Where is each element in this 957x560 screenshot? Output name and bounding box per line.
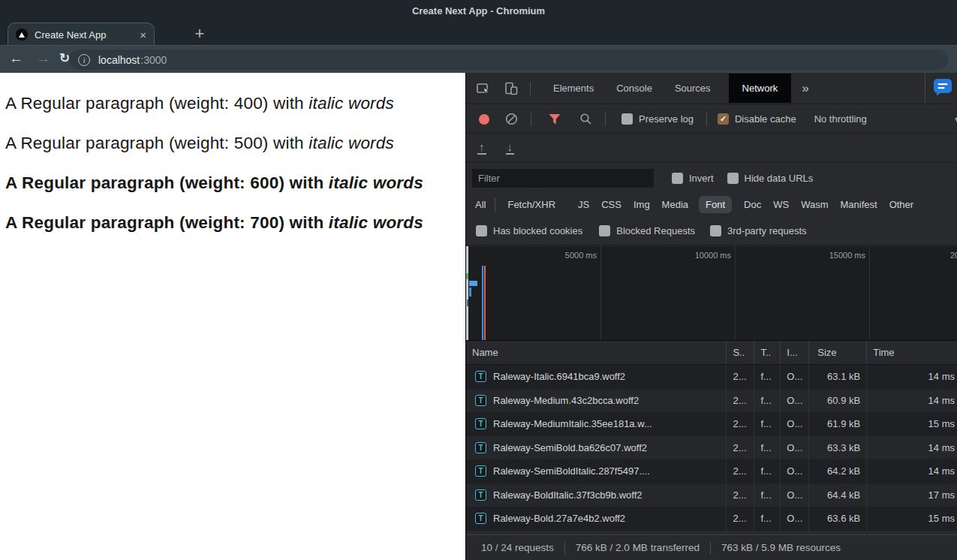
dom-content-loaded-line: [482, 266, 483, 340]
chip-other[interactable]: Other: [889, 199, 914, 210]
third-party-requests-label: 3rd-party requests: [727, 225, 807, 236]
address-bar[interactable]: i localhost:3000: [69, 50, 948, 70]
table-row[interactable]: T Raleway-SemiBoldItalic.287f5497.... 2.…: [466, 459, 957, 483]
timeline-activity-mark: [466, 273, 468, 279]
request-name: Raleway-MediumItalic.35ee181a.w...: [493, 418, 652, 429]
chip-manifest[interactable]: Manifest: [840, 199, 877, 210]
request-status: 2...: [727, 436, 754, 460]
url-port: :3000: [140, 54, 167, 66]
nextjs-favicon-icon: [16, 29, 28, 41]
load-event-line: [484, 266, 486, 340]
request-size: 63.3 kB: [809, 436, 867, 460]
network-toolbar: Preserve log ✓ Disable cache No throttli…: [466, 105, 957, 134]
throttling-select[interactable]: No throttling: [814, 113, 867, 125]
chip-fetch-xhr[interactable]: Fetch/XHR: [507, 199, 555, 210]
devtools-panel: Elements Console Sources Network »: [465, 73, 957, 560]
chip-css[interactable]: CSS: [601, 199, 621, 210]
column-name[interactable]: Name: [466, 341, 727, 364]
forward-icon[interactable]: →: [36, 50, 50, 67]
request-status: 2...: [727, 412, 754, 436]
has-blocked-cookies-checkbox[interactable]: [476, 225, 487, 236]
font-file-icon: T: [475, 442, 486, 453]
request-size: 61.9 kB: [809, 412, 867, 436]
third-party-requests-checkbox[interactable]: [710, 225, 721, 236]
request-type: f...: [754, 459, 781, 483]
paragraph-weight-500: A Regular paragraph (weight: 500) with i…: [5, 133, 465, 153]
request-type: f...: [754, 436, 781, 460]
request-size: 64.2 kB: [809, 459, 867, 483]
import-har-icon[interactable]: ↑: [477, 142, 486, 155]
table-row[interactable]: T Raleway-SemiBold.ba626c07.woff2 2... f…: [466, 436, 957, 460]
request-status: 2...: [727, 389, 754, 413]
request-time: 14 ms: [867, 365, 957, 389]
request-name: Raleway-Italic.6941bca9.woff2: [493, 371, 625, 382]
font-file-icon: T: [475, 489, 486, 501]
font-file-icon: T: [475, 513, 486, 524]
chip-img[interactable]: Img: [633, 199, 650, 210]
network-request-list: T Raleway-Italic.6941bca9.woff2 2... f..…: [466, 365, 957, 531]
tab-close-icon[interactable]: ×: [140, 29, 146, 41]
font-file-icon: T: [475, 371, 486, 382]
network-overview-timeline[interactable]: 5000 ms 10000 ms 15000 ms 20000 ms: [466, 246, 957, 341]
browser-tab[interactable]: Create Next App ×: [8, 23, 155, 46]
timeline-left-handle[interactable]: [466, 246, 468, 340]
request-time: 14 ms: [867, 459, 957, 483]
resources-size: 763 kB / 5.9 MB resources: [721, 542, 841, 553]
device-toolbar-icon[interactable]: [504, 81, 519, 96]
network-summary-bar: 10 / 24 requests 766 kB / 2.0 MB transfe…: [466, 534, 957, 560]
request-initiator: O...: [781, 483, 809, 507]
hide-data-urls-checkbox[interactable]: [727, 173, 739, 184]
chip-wasm[interactable]: Wasm: [801, 199, 828, 210]
record-network-log-icon[interactable]: [479, 114, 489, 125]
feedback-button[interactable]: [925, 74, 952, 103]
column-initiator[interactable]: I...: [781, 341, 809, 364]
table-row[interactable]: T Raleway-BoldItalic.37f3cb9b.woff2 2...…: [466, 483, 957, 507]
clear-network-log-icon[interactable]: [505, 113, 518, 125]
blocked-requests-checkbox[interactable]: [599, 225, 610, 236]
request-name: Raleway-Bold.27a7e4b2.woff2: [493, 513, 625, 524]
filter-input[interactable]: [472, 169, 654, 188]
column-type[interactable]: T..: [754, 341, 781, 364]
font-file-icon: T: [475, 418, 486, 429]
table-row[interactable]: T Raleway-MediumItalic.35ee181a.w... 2..…: [466, 412, 957, 436]
request-initiator: O...: [781, 459, 809, 483]
request-time: 15 ms: [867, 507, 957, 531]
tab-elements[interactable]: Elements: [553, 83, 594, 94]
back-icon[interactable]: ←: [9, 50, 23, 67]
column-time[interactable]: Time: [867, 341, 957, 364]
new-tab-button[interactable]: +: [189, 23, 210, 44]
inspect-element-icon[interactable]: [476, 81, 491, 96]
chip-all[interactable]: All: [475, 199, 486, 210]
tab-console[interactable]: Console: [616, 83, 652, 94]
table-row[interactable]: T Raleway-Bold.27a7e4b2.woff2 2... f... …: [466, 507, 957, 531]
chip-js[interactable]: JS: [578, 199, 589, 210]
preserve-log-checkbox[interactable]: [621, 113, 633, 125]
request-size: 63.6 kB: [809, 507, 867, 531]
resource-type-filters: All Fetch/XHR JS CSS Img Media Font Doc …: [466, 192, 957, 217]
chip-doc[interactable]: Doc: [744, 199, 761, 210]
table-row[interactable]: T Raleway-Medium.43c2bcca.woff2 2... f..…: [466, 389, 957, 413]
chip-ws[interactable]: WS: [773, 199, 789, 210]
request-type: f...: [754, 389, 781, 413]
column-size[interactable]: Size: [809, 341, 867, 364]
request-size: 60.9 kB: [809, 389, 867, 413]
tab-sources[interactable]: Sources: [675, 83, 711, 94]
tab-title: Create Next App: [35, 29, 133, 41]
request-type: f...: [754, 365, 781, 389]
site-info-icon[interactable]: i: [78, 54, 90, 66]
request-status: 2...: [727, 459, 754, 483]
table-row[interactable]: T Raleway-Italic.6941bca9.woff2 2... f..…: [466, 365, 957, 389]
invert-checkbox[interactable]: [672, 173, 683, 184]
disable-cache-checkbox[interactable]: ✓: [718, 113, 729, 125]
column-status[interactable]: S..: [727, 341, 754, 364]
chip-font[interactable]: Font: [699, 196, 732, 213]
search-icon[interactable]: [579, 113, 592, 125]
more-tabs-icon[interactable]: »: [802, 81, 808, 96]
tab-network[interactable]: Network: [729, 74, 792, 103]
request-time: 17 ms: [867, 483, 957, 507]
request-initiator: O...: [781, 389, 809, 413]
export-har-icon[interactable]: ↓: [506, 142, 515, 155]
filter-icon[interactable]: [548, 113, 561, 125]
request-time: 14 ms: [867, 436, 957, 460]
chip-media[interactable]: Media: [662, 199, 688, 210]
